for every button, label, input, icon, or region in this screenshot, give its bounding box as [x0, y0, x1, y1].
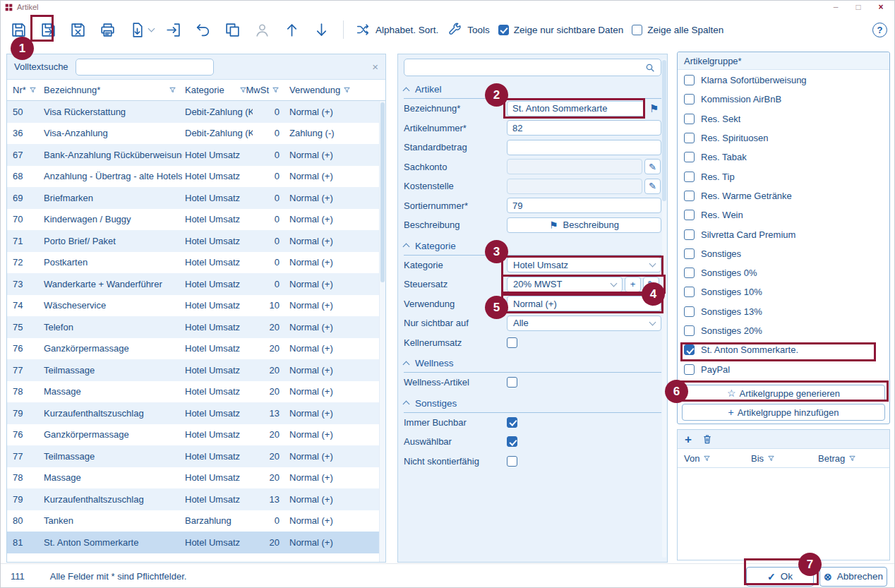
artikelnummer-input[interactable] — [507, 120, 661, 136]
help-button[interactable]: ? — [872, 23, 887, 37]
maximize-button[interactable]: □ — [849, 2, 867, 12]
column-header-bis[interactable]: Bis — [745, 453, 812, 464]
checkbox-icon[interactable] — [684, 172, 695, 182]
close-button[interactable]: × — [872, 2, 890, 12]
kellnerumsatz-checkbox[interactable] — [507, 337, 517, 348]
table-row[interactable]: 76GanzkörpermassageHotel Umsatz20Normal … — [7, 424, 385, 446]
checkbox-icon[interactable] — [684, 94, 695, 104]
checkbox-icon[interactable] — [684, 191, 695, 201]
artikelgruppe-generate-button[interactable]: ☆Artikelgruppe generieren — [682, 385, 885, 402]
ok-button[interactable]: ✓Ok — [746, 567, 814, 587]
artikelgruppe-item[interactable]: Res. Sekt — [684, 109, 889, 128]
scrollbar-thumb[interactable] — [662, 60, 666, 201]
filter-icon[interactable] — [767, 455, 775, 462]
cancel-button[interactable]: ⊗Abbrechen — [819, 567, 887, 587]
table-row[interactable]: 73Wanderkarte + WanderführerHotel Umsatz… — [7, 273, 385, 295]
beschreibung-button[interactable]: ⚑Beschreibung — [507, 217, 661, 233]
table-row[interactable]: 78MassageHotel Umsatz20Normal (+) — [7, 467, 385, 489]
steuersatz-edit-button[interactable]: ✎ — [643, 277, 659, 292]
move-up-button[interactable] — [281, 17, 302, 42]
table-row[interactable]: 77TeilmassageHotel Umsatz20Normal (+) — [7, 445, 385, 467]
column-header-betrag[interactable]: Betrag — [812, 453, 879, 464]
filter-icon[interactable] — [29, 86, 37, 94]
artikelgruppe-item[interactable]: Sonstiges 10% — [684, 282, 889, 301]
filter-icon[interactable] — [272, 86, 280, 94]
checkbox-icon[interactable] — [684, 133, 695, 143]
add-range-button[interactable]: + — [685, 433, 692, 445]
table-row[interactable]: 79KurzaufenthaltszuschlagHotel Umsatz13N… — [7, 488, 385, 510]
export-chevron-down-icon[interactable] — [148, 25, 155, 32]
table-row[interactable]: 79KurzaufenthaltszuschlagHotel Umsatz13N… — [7, 402, 385, 424]
column-header-mwst[interactable]: MwSt — [253, 80, 280, 100]
move-down-button[interactable] — [311, 17, 332, 42]
fulltext-search-input[interactable] — [76, 59, 214, 76]
clear-search-icon[interactable]: × — [372, 61, 378, 73]
table-row[interactable]: 50Visa RückerstattungDebit-Zahlung (K0No… — [7, 101, 385, 123]
artikelgruppe-item[interactable]: Res. Tip — [684, 167, 889, 186]
trash-icon[interactable] — [702, 433, 713, 445]
artikelgruppe-item[interactable]: Res. Tabak — [684, 148, 889, 167]
column-header-von[interactable]: Von — [678, 453, 745, 464]
checkbox-icon[interactable] — [684, 268, 695, 278]
checkbox-icon[interactable] — [684, 306, 695, 317]
filter-icon[interactable] — [343, 86, 351, 94]
checkbox-icon[interactable] — [684, 114, 695, 124]
checkbox-icon[interactable] — [684, 325, 695, 336]
checkbox-icon[interactable] — [684, 229, 695, 240]
artikelgruppe-item[interactable]: Sonstiges 13% — [684, 302, 889, 321]
nicht-skontierfaehig-checkbox[interactable] — [507, 456, 517, 467]
kategorie-select[interactable]: Hotel Umsatz — [507, 257, 661, 272]
checkbox-icon[interactable] — [684, 152, 695, 162]
sortiernummer-input[interactable] — [507, 198, 661, 213]
steuersatz-add-button[interactable]: + — [625, 277, 641, 292]
detail-search-input[interactable] — [409, 62, 644, 73]
show-visible-data-checkbox[interactable]: Zeige nur sichtbare Daten — [498, 25, 623, 35]
undo-button[interactable] — [192, 17, 213, 42]
table-row[interactable]: 70Kinderwagen / BuggyHotel Umsatz0Normal… — [7, 209, 385, 231]
artikelgruppe-item[interactable]: Res. Warme Getränke — [684, 186, 889, 205]
export-button[interactable] — [126, 17, 148, 42]
checkbox-icon[interactable] — [684, 287, 695, 297]
table-row[interactable]: 81St. Anton SommerkarteHotel Umsatz20Nor… — [7, 532, 385, 553]
verwendung-select[interactable]: Normal (+) — [507, 296, 661, 311]
artikelgruppe-item[interactable]: Sonstiges — [684, 244, 889, 263]
wellness-artikel-checkbox[interactable] — [507, 377, 517, 388]
table-row[interactable]: 76GanzkörpermassageHotel Umsatz20Normal … — [7, 338, 385, 360]
section-artikel[interactable]: Artikel — [404, 80, 661, 99]
column-header-nr[interactable]: Nr* — [7, 80, 41, 100]
scrollbar-thumb[interactable] — [380, 102, 385, 282]
checkbox-icon[interactable] — [684, 344, 695, 355]
artikelgruppe-item[interactable]: Res. Spirituosen — [684, 128, 889, 148]
nur-sichtbar-select[interactable]: Alle — [507, 316, 661, 331]
section-kategorie[interactable]: Kategorie — [404, 237, 661, 256]
steuersatz-select[interactable]: 20% MWST — [507, 277, 623, 292]
print-button[interactable] — [97, 17, 118, 42]
artikelgruppe-item[interactable]: Sonstiges 0% — [684, 263, 889, 282]
discard-record-button[interactable] — [67, 17, 88, 42]
table-row[interactable]: 80TankenBarzahlung0Normal (+) — [7, 510, 385, 532]
flag-icon[interactable]: ⚑ — [649, 102, 659, 115]
kostenstelle-edit-button[interactable]: ✎ — [644, 179, 661, 194]
column-header-kategorie[interactable]: Kategorie — [182, 80, 253, 100]
show-all-columns-checkbox[interactable]: Zeige alle Spalten — [632, 25, 723, 35]
immer-buchbar-checkbox[interactable] — [507, 417, 517, 428]
standardbetrag-input[interactable] — [507, 140, 661, 155]
table-row[interactable]: 69BriefmarkenHotel Umsatz0Normal (+) — [7, 187, 385, 209]
auswaehlbar-checkbox[interactable] — [507, 436, 517, 447]
artikelgruppe-add-button[interactable]: +Artikelgruppe hinzufügen — [682, 404, 885, 421]
checkbox-icon[interactable] — [684, 210, 695, 220]
filter-icon[interactable] — [169, 86, 176, 94]
minimize-button[interactable]: – — [827, 2, 845, 12]
artikelgruppe-item[interactable]: Sonstiges 20% — [684, 321, 889, 340]
artikelgruppe-item[interactable]: Kommission AirBnB — [684, 90, 889, 109]
artikelgruppe-item[interactable]: Res. Wein — [684, 205, 889, 224]
table-row[interactable]: 75TelefonHotel Umsatz20Normal (+) — [7, 316, 385, 338]
table-row[interactable]: 74WäscheserviceHotel Umsatz10Normal (+) — [7, 295, 385, 317]
section-wellness[interactable]: Wellness — [404, 354, 661, 373]
table-row[interactable]: 71Porto Brief/ PaketHotel Umsatz0Normal … — [7, 230, 385, 252]
filter-icon[interactable] — [703, 455, 711, 462]
section-sonstiges[interactable]: Sonstiges — [404, 395, 661, 413]
vertical-scrollbar[interactable] — [662, 59, 666, 558]
table-row[interactable]: 72PostkartenHotel Umsatz0Normal (+) — [7, 252, 385, 274]
vertical-scrollbar[interactable] — [379, 101, 385, 562]
